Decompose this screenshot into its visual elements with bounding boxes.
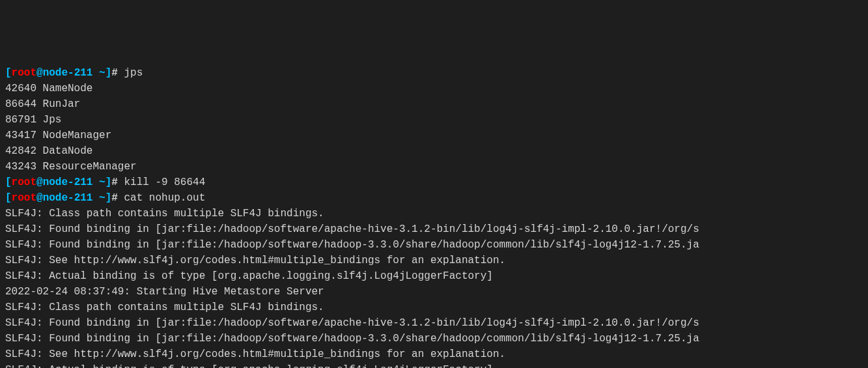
shell-prompt: [root@node-211 ~]# xyxy=(5,177,124,188)
prompt-at: @ xyxy=(36,67,43,79)
output-text: 86791 Jps xyxy=(5,114,61,126)
command-text: cat nohup.out xyxy=(124,192,205,204)
output-line: 86791 Jps xyxy=(5,112,863,128)
output-text: SLF4J: Found binding in [jar:file:/hadoo… xyxy=(5,333,699,345)
output-text: SLF4J: See http://www.slf4j.org/codes.ht… xyxy=(5,348,505,360)
terminal-output[interactable]: [root@node-211 ~]# jps42640 NameNode8664… xyxy=(5,65,863,368)
prompt-hash: # xyxy=(111,192,124,204)
output-line: SLF4J: Found binding in [jar:file:/hadoo… xyxy=(5,315,863,331)
prompt-path: ~ xyxy=(92,177,105,188)
output-line: SLF4J: Found binding in [jar:file:/hadoo… xyxy=(5,221,863,237)
output-line: SLF4J: See http://www.slf4j.org/codes.ht… xyxy=(5,347,863,362)
prompt-path: ~ xyxy=(92,192,105,204)
prompt-user: root xyxy=(12,192,36,204)
prompt-path: ~ xyxy=(92,67,105,79)
output-text: 42842 DataNode xyxy=(5,145,92,157)
output-line: 43417 NodeManager xyxy=(5,128,863,143)
output-line: 2022-02-24 08:37:49: Starting Hive Metas… xyxy=(5,284,863,300)
output-line: 42842 DataNode xyxy=(5,143,863,159)
output-text: 42640 NameNode xyxy=(5,83,92,94)
output-text: SLF4J: Found binding in [jar:file:/hadoo… xyxy=(5,223,699,235)
output-text: 43243 ResourceManager xyxy=(5,161,137,173)
output-line: SLF4J: See http://www.slf4j.org/codes.ht… xyxy=(5,253,863,268)
prompt-hash: # xyxy=(111,67,124,79)
output-line: SLF4J: Found binding in [jar:file:/hadoo… xyxy=(5,331,863,347)
output-text: 2022-02-24 08:37:49: Starting Hive Metas… xyxy=(5,286,324,298)
command-line: [root@node-211 ~]# cat nohup.out xyxy=(5,190,863,206)
prompt-hash: # xyxy=(111,177,124,188)
output-line: 86644 RunJar xyxy=(5,96,863,112)
command-line: [root@node-211 ~]# jps xyxy=(5,65,863,81)
output-text: SLF4J: Found binding in [jar:file:/hadoo… xyxy=(5,239,699,251)
prompt-close-bracket: ] xyxy=(105,192,112,204)
output-line: SLF4J: Class path contains multiple SLF4… xyxy=(5,206,863,221)
shell-prompt: [root@node-211 ~]# xyxy=(5,67,124,79)
shell-prompt: [root@node-211 ~]# xyxy=(5,192,124,204)
command-text: kill -9 86644 xyxy=(124,177,205,188)
prompt-host: node-211 xyxy=(43,192,93,204)
prompt-open-bracket: [ xyxy=(5,177,12,188)
output-text: SLF4J: Class path contains multiple SLF4… xyxy=(5,208,324,219)
prompt-close-bracket: ] xyxy=(105,67,112,79)
prompt-user: root xyxy=(12,67,36,79)
command-line: [root@node-211 ~]# kill -9 86644 xyxy=(5,175,863,190)
output-text: SLF4J: Found binding in [jar:file:/hadoo… xyxy=(5,317,699,329)
output-line: SLF4J: Actual binding is of type [org.ap… xyxy=(5,362,863,368)
output-line: SLF4J: Class path contains multiple SLF4… xyxy=(5,300,863,315)
command-text: jps xyxy=(124,67,143,79)
prompt-host: node-211 xyxy=(43,177,93,188)
prompt-at: @ xyxy=(36,177,43,188)
prompt-close-bracket: ] xyxy=(105,177,112,188)
prompt-user: root xyxy=(12,177,36,188)
output-line: 43243 ResourceManager xyxy=(5,159,863,175)
prompt-host: node-211 xyxy=(43,67,93,79)
prompt-at: @ xyxy=(36,192,43,204)
output-text: 86644 RunJar xyxy=(5,98,80,110)
prompt-open-bracket: [ xyxy=(5,67,12,79)
output-text: SLF4J: Actual binding is of type [org.ap… xyxy=(5,364,493,368)
output-line: 42640 NameNode xyxy=(5,81,863,96)
output-line: SLF4J: Actual binding is of type [org.ap… xyxy=(5,268,863,284)
output-text: SLF4J: Actual binding is of type [org.ap… xyxy=(5,270,493,282)
output-text: 43417 NodeManager xyxy=(5,130,111,141)
prompt-open-bracket: [ xyxy=(5,192,12,204)
output-text: SLF4J: Class path contains multiple SLF4… xyxy=(5,302,324,313)
output-text: SLF4J: See http://www.slf4j.org/codes.ht… xyxy=(5,255,505,266)
output-line: SLF4J: Found binding in [jar:file:/hadoo… xyxy=(5,237,863,253)
